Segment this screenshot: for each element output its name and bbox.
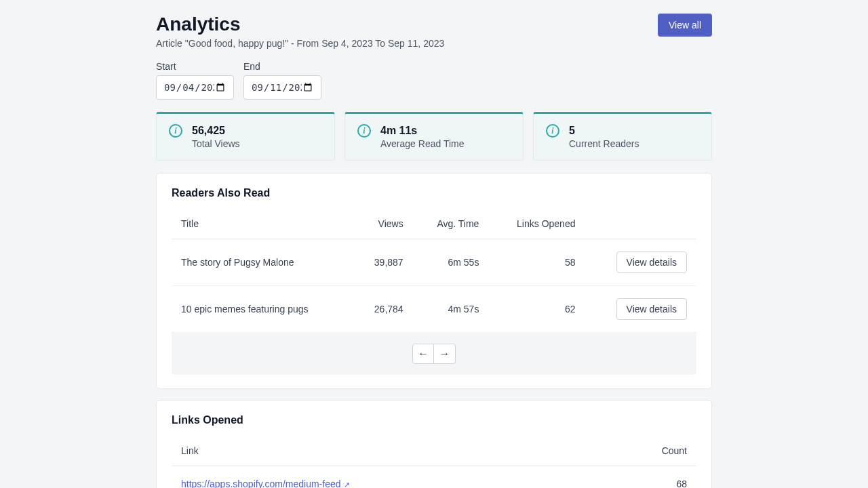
page-subtitle: Article "Good food, happy pug!" - From S… <box>156 38 444 49</box>
cell-title: The story of Pugsy Malone <box>172 239 353 286</box>
stat-card-readers: i 5 Current Readers <box>533 112 712 161</box>
info-icon: i <box>357 124 371 138</box>
col-avg: Avg. Time <box>413 211 489 239</box>
readers-table: Title Views Avg. Time Links Opened The s… <box>172 211 696 333</box>
col-links: Links Opened <box>488 211 585 239</box>
cell-avg: 6m 55s <box>413 239 489 286</box>
table-row: https://apps.shopify.com/medium-feed↗ 68 <box>172 466 696 489</box>
start-label: Start <box>156 61 234 72</box>
stat-card-views: i 56,425 Total Views <box>156 112 335 161</box>
col-count: Count <box>596 439 696 466</box>
cell-views: 26,784 <box>353 286 413 333</box>
stat-value: 4m 11s <box>380 125 464 137</box>
links-table: Link Count https://apps.shopify.com/medi… <box>172 439 696 488</box>
view-all-button[interactable]: View all <box>658 14 712 37</box>
page-title: Analytics <box>156 14 444 35</box>
stat-label: Current Readers <box>569 138 639 149</box>
page-header: Analytics Article "Good food, happy pug!… <box>156 14 712 49</box>
table-row: The story of Pugsy Malone 39,887 6m 55s … <box>172 239 696 286</box>
cell-links: 62 <box>488 286 585 333</box>
stat-label: Total Views <box>192 138 240 149</box>
readers-card: Readers Also Read Title Views Avg. Time … <box>156 173 712 389</box>
arrow-left-icon: ← <box>418 348 429 360</box>
stat-label: Average Read Time <box>380 138 464 149</box>
end-label: End <box>243 61 321 72</box>
card-title: Readers Also Read <box>172 187 696 199</box>
cell-links: 58 <box>488 239 585 286</box>
date-controls: Start End <box>156 61 712 100</box>
col-views: Views <box>353 211 413 239</box>
stat-value: 5 <box>569 125 639 137</box>
cell-views: 39,887 <box>353 239 413 286</box>
info-icon: i <box>546 124 559 138</box>
next-page-button[interactable]: → <box>434 344 456 364</box>
stats-row: i 56,425 Total Views i 4m 11s Average Re… <box>156 112 712 161</box>
prev-page-button[interactable]: ← <box>412 344 434 364</box>
col-link: Link <box>172 439 596 466</box>
stat-card-avg-time: i 4m 11s Average Read Time <box>344 112 524 161</box>
view-details-button[interactable]: View details <box>616 298 687 320</box>
cell-count: 68 <box>596 466 696 489</box>
cell-avg: 4m 57s <box>413 286 489 333</box>
table-row: 10 epic memes featuring pugs 26,784 4m 5… <box>172 286 696 333</box>
view-details-button[interactable]: View details <box>616 251 687 273</box>
arrow-right-icon: → <box>439 348 450 360</box>
pagination: ← → <box>172 333 696 375</box>
links-card: Links Opened Link Count https://apps.sho… <box>156 400 712 488</box>
info-icon: i <box>169 124 182 138</box>
card-title: Links Opened <box>172 414 696 426</box>
start-date-input[interactable] <box>156 75 234 100</box>
cell-title: 10 epic memes featuring pugs <box>172 286 353 333</box>
external-link-icon: ↗ <box>344 481 350 488</box>
stat-value: 56,425 <box>192 125 240 137</box>
end-date-input[interactable] <box>243 75 321 100</box>
external-link[interactable]: https://apps.shopify.com/medium-feed↗ <box>181 479 350 488</box>
col-title: Title <box>172 211 353 239</box>
